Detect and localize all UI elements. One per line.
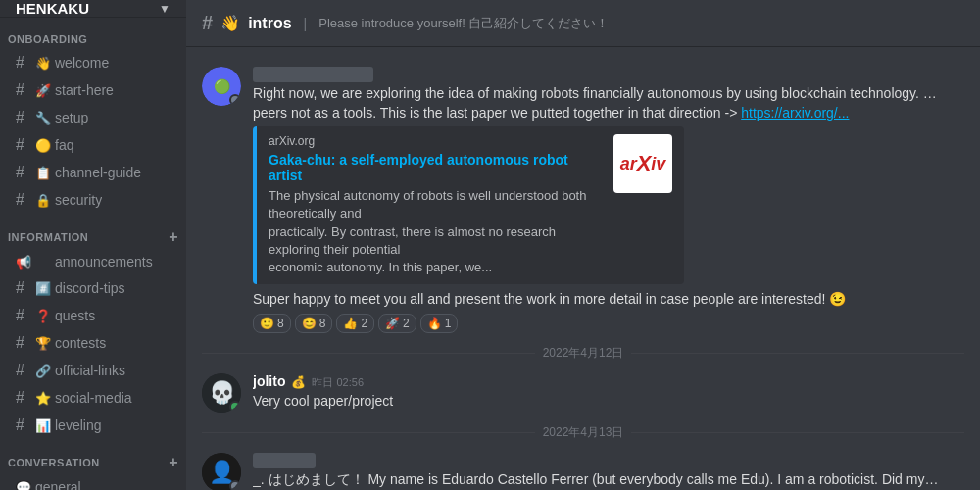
channel-label: discord-tips <box>55 280 125 296</box>
channel-emoji: 🔒 <box>35 193 51 208</box>
channel-emoji: 📋 <box>35 166 51 180</box>
section-onboarding: ONBOARDING <box>0 18 186 49</box>
server-name: HENKAKU <box>16 0 89 17</box>
message-text: Right now, we are exploring the idea of … <box>253 84 939 122</box>
link-embed: arXiv.org Gaka-chu: a self-employed auto… <box>253 126 684 284</box>
channel-emoji: ⭐ <box>35 391 51 406</box>
channel-channel-guide[interactable]: # 📋 channel-guide <box>8 160 178 185</box>
hash-icon: # <box>16 334 31 352</box>
channel-header-emoji: 👋 <box>220 14 240 32</box>
add-channel-button[interactable]: + <box>169 229 178 245</box>
username: ██████ <box>253 453 316 468</box>
channel-emoji: 📢 <box>16 255 31 270</box>
message-content: ██████ _. はじめまして！ My name is Eduardo Cas… <box>253 453 964 490</box>
reaction-blush[interactable]: 😊8 <box>295 314 333 333</box>
date-divider-apr12: 2022年4月12日 <box>186 337 980 369</box>
message-text: Very cool paper/project <box>253 392 964 412</box>
section-conversation: CONVERSATION + <box>0 439 186 474</box>
date-divider-apr13: 2022年4月13日 <box>186 416 980 449</box>
reaction-fire[interactable]: 🔥1 <box>420 314 459 333</box>
channel-label: social-media <box>55 390 132 406</box>
channel-header-name: intros <box>248 15 291 32</box>
embed-description: The physical autonomy of robots is well … <box>269 187 602 276</box>
server-header[interactable]: HENKAKU ▼ <box>0 0 186 18</box>
channel-header: # 👋 intros | Please introduce yourself! … <box>186 0 980 47</box>
channel-emoji: #️⃣ <box>35 281 51 296</box>
reaction-thumbsup[interactable]: 👍2 <box>336 314 374 333</box>
section-information-label: INFORMATION <box>8 231 88 243</box>
hash-icon: # <box>16 307 31 324</box>
channel-label: leveling <box>55 417 101 433</box>
channel-topic: Please introduce yourself! 自己紹介してください！ <box>318 15 609 32</box>
followup-text: Super happy to meet you all and present … <box>253 290 964 310</box>
message-header: ████████████ <box>253 67 964 82</box>
message-content: jolito 💰 昨日 02:56 Very cool paper/projec… <box>253 373 964 413</box>
reaction-smile[interactable]: 🙂8 <box>253 314 291 333</box>
username: ████████████ <box>253 67 373 82</box>
section-onboarding-label: ONBOARDING <box>8 33 87 45</box>
user-badge: 💰 <box>291 375 306 389</box>
channel-quests[interactable]: # ❓ quests <box>8 303 178 328</box>
avatar: 🟢 <box>202 67 241 106</box>
server-chevron-icon: ▼ <box>159 2 171 16</box>
channel-emoji: 👋 <box>35 56 51 71</box>
status-indicator <box>229 94 241 106</box>
channel-label: setup <box>55 110 88 125</box>
hash-icon: # <box>16 389 31 407</box>
channel-label: official-links <box>55 363 125 378</box>
messages-container[interactable]: 🟢 ████████████ Right now, we are explori… <box>186 47 980 490</box>
channel-announcements[interactable]: 📢 announcements <box>8 250 178 273</box>
hash-icon: # <box>16 136 31 154</box>
message-group-edu: 👤 ██████ _. はじめまして！ My name is Eduardo C… <box>186 449 980 490</box>
channel-emoji: ❓ <box>35 309 51 323</box>
add-conversation-button[interactable]: + <box>169 455 178 470</box>
channel-general[interactable]: 💬 general <box>8 475 178 490</box>
hash-icon: # <box>16 362 31 379</box>
username: jolito <box>253 373 285 389</box>
channel-label: quests <box>55 308 95 323</box>
channel-social-media[interactable]: # ⭐ social-media <box>8 385 178 411</box>
channel-setup[interactable]: # 🔧 setup <box>8 105 178 130</box>
message-group-jolito: 💀 jolito 💰 昨日 02:56 Very cool paper/proj… <box>186 369 980 416</box>
channel-emoji: 🏆 <box>35 336 51 351</box>
reaction-rocket[interactable]: 🚀2 <box>378 314 416 333</box>
channel-leveling[interactable]: # 📊 leveling <box>8 413 178 438</box>
arxiv-logo: arXiv <box>613 134 672 193</box>
channel-faq[interactable]: # 🟡 faq <box>8 132 178 158</box>
channel-label: contests <box>55 335 106 351</box>
channel-emoji: 📊 <box>35 418 51 433</box>
channel-security[interactable]: # 🔒 security <box>8 187 178 213</box>
channel-emoji: 🚀 <box>35 83 51 98</box>
date-label: 2022年4月13日 <box>543 424 624 441</box>
channel-start-here[interactable]: # 🚀 start-here <box>8 77 178 103</box>
embed-content: arXiv.org Gaka-chu: a self-employed auto… <box>269 134 602 276</box>
channel-emoji: 🟡 <box>35 138 51 153</box>
channel-label: security <box>55 192 102 208</box>
channel-emoji: 🔗 <box>35 364 51 378</box>
message-header: jolito 💰 昨日 02:56 <box>253 373 964 390</box>
channel-emoji: 🔧 <box>35 111 51 125</box>
hash-icon: # <box>16 164 31 181</box>
section-conversation-label: CONVERSATION <box>8 457 100 468</box>
message-header: ██████ <box>253 453 964 468</box>
embed-title[interactable]: Gaka-chu: a self-employed autonomous rob… <box>269 152 602 183</box>
channel-official-links[interactable]: # 🔗 official-links <box>8 358 178 383</box>
section-information: INFORMATION + <box>0 214 186 249</box>
channel-label: welcome <box>55 55 109 71</box>
embed-site: arXiv.org <box>269 134 602 148</box>
date-label: 2022年4月12日 <box>543 345 624 362</box>
message-group: 🟢 ████████████ Right now, we are explori… <box>186 63 980 337</box>
arxiv-link[interactable]: https://arxiv.org/... <box>741 105 849 121</box>
channel-contests[interactable]: # 🏆 contests <box>8 330 178 356</box>
status-indicator <box>229 401 241 413</box>
message-content: ████████████ Right now, we are exploring… <box>253 67 964 333</box>
channel-discord-tips[interactable]: # #️⃣ discord-tips <box>8 275 178 301</box>
hash-icon: # <box>16 54 31 72</box>
channel-welcome[interactable]: # 👋 welcome <box>8 50 178 75</box>
sidebar: HENKAKU ▼ ONBOARDING # 👋 welcome # 🚀 sta… <box>0 0 186 490</box>
channel-label: announcements <box>55 254 153 270</box>
hash-icon: # <box>16 191 31 209</box>
hash-icon: # <box>16 279 31 297</box>
avatar: 👤 <box>202 453 241 490</box>
main-content: # 👋 intros | Please introduce yourself! … <box>186 0 980 490</box>
